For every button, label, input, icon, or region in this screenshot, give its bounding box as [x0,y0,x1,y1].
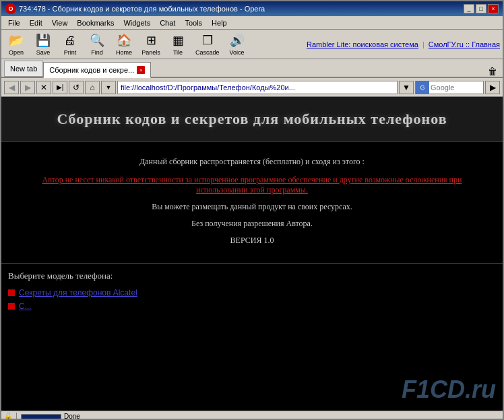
print-icon: 🖨 [62,32,78,48]
status-lock-icon: 🔓 [4,413,12,420]
find-button[interactable]: 🔍 Find [85,31,109,57]
tile-button[interactable]: ▦ Tile [166,31,190,57]
cascade-button[interactable]: ❐ Cascade [193,31,222,57]
disclaimer-text: Данный сборник распространяется (бесплат… [15,157,489,167]
search-engine-icon: G [416,81,429,94]
tile-icon: ▦ [170,32,186,48]
phone-section-title: Выберите модель телефона: [8,271,496,281]
minimize-button[interactable]: _ [464,4,474,13]
phone-item-alcatel: Секреты для телефонов Alcatel [8,288,496,298]
status-text: Done [64,413,80,420]
titlebar: O 734:478 - Сборник кодов и секретов для… [1,1,503,16]
close-button[interactable]: × [488,4,499,13]
back-button[interactable]: ◀ [4,81,19,94]
alcatel-link[interactable]: Секреты для телефонов Alcatel [19,288,137,298]
status-divider [16,413,17,421]
forward-button[interactable]: ▶ [20,81,35,94]
watermark: F1CD.ru [402,376,496,404]
menu-edit[interactable]: Edit [26,18,46,28]
tab-active-label: Сборник кодов и секре... [49,66,134,74]
content-area[interactable]: Сборник кодов и секретов для мобильных т… [1,97,503,411]
tab-close-button[interactable]: × [137,66,145,74]
page-header: Сборник кодов и секретов для мобильных т… [1,97,503,142]
panels-icon: ⊞ [143,32,159,48]
voice-button[interactable]: 🔊 Voice [225,31,249,57]
phone-item-2: С... [8,302,496,311]
address-input[interactable] [117,81,398,94]
home-icon: 🏠 [116,32,132,48]
status-progress-bar [21,414,61,419]
go-button[interactable]: ▶ [485,81,500,94]
cascade-icon: ❐ [199,32,216,48]
address-home-button[interactable]: ⌂ [85,81,100,94]
save-icon: 💾 [35,32,51,48]
menu-chat[interactable]: Chat [156,18,179,28]
page-body: Данный сборник распространяется (бесплат… [1,142,503,256]
address-arrow-button[interactable]: ▼ [399,81,414,94]
menu-view[interactable]: View [48,18,72,28]
find-icon: 🔍 [89,32,105,48]
page-content: Сборник кодов и секретов для мобильных т… [1,97,503,411]
maximize-button[interactable]: □ [476,4,486,13]
address-down-button[interactable]: ▼ [101,81,116,94]
version-text: ВЕРСИЯ 1.0 [15,236,489,246]
rambler-link[interactable]: Rambler Lite: поисковая система [307,40,418,48]
menubar: File Edit View Bookmarks Widgets Chat To… [1,16,503,30]
titlebar-controls: _ □ × [464,4,499,13]
opera-icon: O [5,3,16,14]
search-input[interactable] [429,82,483,93]
menu-widgets[interactable]: Widgets [119,18,154,28]
page-title: Сборник кодов и секретов для мобильных т… [8,110,496,128]
skip-button[interactable]: ▶| [53,81,67,94]
titlebar-title: 734:478 - Сборник кодов и секретов для м… [19,5,265,13]
toolbar-links: Rambler Lite: поисковая система | СмолГУ… [307,40,500,48]
refresh-button[interactable]: ↺ [69,81,84,94]
toolbar: 📂 Open 💾 Save 🖨 Print 🔍 Find 🏠 Home ⊞ Pa… [1,30,503,59]
save-button[interactable]: 💾 Save [31,31,55,57]
panels-button[interactable]: ⊞ Panels [139,31,163,57]
info-text-1: Вы можете размещать данный продукт на св… [15,202,489,212]
trash-icon[interactable]: 🗑 [488,66,497,77]
open-button[interactable]: 📂 Open [4,31,28,57]
tabbar: New tab Сборник кодов и секре... × 🗑 [1,59,503,78]
tab-new-label: New tab [10,65,37,73]
open-icon: 📂 [8,32,24,48]
menu-help[interactable]: Help [208,18,231,28]
stop-button[interactable]: ✕ [36,81,51,94]
menu-bookmarks[interactable]: Bookmarks [73,18,118,28]
home-button[interactable]: 🏠 Home [112,31,136,57]
voice-icon: 🔊 [229,32,245,48]
status-progress-fill [22,415,61,419]
smolgu-link[interactable]: СмолГУ.ru :: Главная [429,40,500,48]
print-button[interactable]: 🖨 Print [58,31,82,57]
bullet-icon-2 [8,303,15,310]
warning-text: Автор не несет никакой ответственности з… [28,175,476,195]
titlebar-left: O 734:478 - Сборник кодов и секретов для… [5,3,265,14]
tab-new[interactable]: New tab [4,61,43,77]
menu-file[interactable]: File [4,18,24,28]
phone-link-2[interactable]: С... [19,302,32,311]
statusbar: 🔓 Done [1,411,503,420]
info-text-2: Без получения разрешения Автора. [15,219,489,229]
menu-tools[interactable]: Tools [181,18,206,28]
search-box: G [415,81,484,94]
tab-active[interactable]: Сборник кодов и секре... × [43,62,151,78]
bullet-icon [8,289,15,296]
addressbar: ◀ ▶ ✕ ▶| ↺ ⌂ ▼ ▼ G ▶ [1,78,503,97]
phone-section: Выберите модель телефона: Секреты для те… [1,263,503,311]
